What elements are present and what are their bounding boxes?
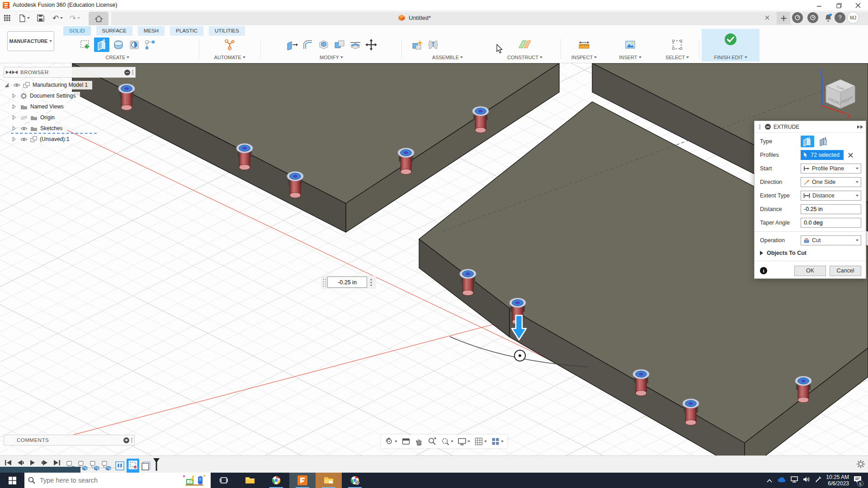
dialog-drag-handle[interactable]: [759, 124, 760, 130]
measure-button[interactable]: [577, 38, 591, 52]
timeline-position-marker[interactable]: [153, 458, 160, 473]
search-input[interactable]: [39, 476, 178, 484]
type-extrude-button[interactable]: [801, 136, 814, 147]
look-at-tool[interactable]: [401, 437, 410, 446]
app-grid-menu-icon[interactable]: [4, 13, 11, 23]
volume-icon[interactable]: [803, 476, 811, 484]
split-body-button[interactable]: [349, 38, 362, 52]
add-comment-icon[interactable]: [123, 437, 129, 443]
distance-input[interactable]: [801, 204, 861, 214]
extrude-button[interactable]: [94, 38, 109, 52]
restore-button[interactable]: [829, 0, 849, 10]
floating-distance-widget[interactable]: [321, 276, 376, 289]
start-dropdown[interactable]: Profile Plane: [801, 164, 861, 174]
combine-button[interactable]: [333, 38, 346, 52]
press-pull-button[interactable]: [285, 38, 299, 52]
hole-button[interactable]: [127, 38, 141, 52]
direction-dropdown[interactable]: One Side: [801, 177, 861, 187]
file-explorer-icon[interactable]: [237, 473, 263, 488]
objects-to-cut-expand-icon[interactable]: [760, 251, 763, 255]
notifications-bell-icon[interactable]: [823, 12, 834, 23]
chrome-profile-icon[interactable]: [342, 473, 368, 488]
group-automate-label[interactable]: AUTOMATE: [214, 55, 245, 61]
timeline-go-end-button[interactable]: [52, 458, 61, 467]
timeline-go-start-button[interactable]: [4, 458, 13, 467]
group-modify-label[interactable]: MODIFY: [320, 55, 343, 61]
action-center-icon[interactable]: 5: [854, 476, 862, 485]
taper-angle-input[interactable]: [801, 218, 861, 228]
construct-plane-button[interactable]: [518, 38, 532, 52]
timeline-step-forward-button[interactable]: [40, 458, 49, 467]
timeline-step-back-button[interactable]: [16, 458, 25, 467]
expand-icon[interactable]: [13, 115, 16, 120]
extent-type-dropdown[interactable]: Distance: [801, 191, 861, 201]
tab-plastic[interactable]: PLASTIC: [170, 26, 203, 36]
distance-inline-input[interactable]: [327, 277, 367, 288]
expand-icon[interactable]: [13, 94, 16, 98]
tree-item-origin[interactable]: Origin: [5, 112, 92, 123]
expand-icon[interactable]: [13, 137, 16, 141]
cancel-button[interactable]: Cancel: [830, 266, 861, 276]
timeline-feature-component[interactable]: [101, 460, 111, 473]
timeline-scrollbar[interactable]: [0, 467, 80, 473]
type-thin-extrude-button[interactable]: [817, 136, 830, 147]
joint-button[interactable]: [426, 38, 440, 52]
tab-surface[interactable]: SURFACE: [96, 26, 132, 36]
dialog-info-icon[interactable]: i: [760, 267, 767, 274]
file-menu-button[interactable]: [19, 13, 30, 23]
browser-panel-header[interactable]: BROWSER: [4, 67, 136, 78]
pan-tool[interactable]: [415, 437, 424, 446]
document-tab[interactable]: Untitled*: [398, 11, 431, 24]
tree-item-named-views[interactable]: Named Views: [5, 101, 92, 112]
group-finish-edit-label[interactable]: FINISH EDIT: [714, 55, 747, 61]
dialog-dock-icon[interactable]: [857, 125, 863, 129]
eye-icon[interactable]: [20, 126, 28, 131]
timeline-feature-body[interactable]: [141, 460, 151, 473]
select-button[interactable]: [670, 38, 684, 52]
timeline-play-button[interactable]: [28, 458, 37, 467]
zoom-tool[interactable]: [428, 437, 437, 446]
network-icon[interactable]: [790, 476, 798, 484]
operation-dropdown[interactable]: Cut: [801, 235, 861, 245]
viewport-3d[interactable]: TOP FRONT RIGHT Z X BROWSER Manufacturin…: [0, 63, 868, 455]
chrome-icon[interactable]: [263, 473, 289, 488]
task-view-button[interactable]: [211, 473, 237, 488]
timeline-settings-gear-icon[interactable]: [856, 460, 865, 469]
tree-item-sketches[interactable]: Sketches: [5, 123, 92, 134]
job-status-icon[interactable]: [807, 12, 818, 23]
save-button[interactable]: [37, 13, 44, 23]
fit-tool[interactable]: [441, 437, 453, 446]
minimize-button[interactable]: [809, 0, 829, 10]
grid-settings-tool[interactable]: [474, 437, 487, 446]
workspace-selector[interactable]: MANUFACTURE: [7, 31, 54, 51]
expand-icon[interactable]: [5, 83, 9, 87]
finish-edit-button[interactable]: [724, 33, 737, 46]
group-select-label[interactable]: SELECT: [665, 55, 689, 61]
taskbar-search[interactable]: [24, 473, 211, 488]
onedrive-icon[interactable]: [777, 476, 786, 484]
fusion360-taskbar-icon[interactable]: [289, 473, 316, 488]
comments-drag-handle[interactable]: [131, 437, 132, 443]
sketch-dimension-button[interactable]: [143, 38, 157, 52]
widget-drag-handle[interactable]: [322, 277, 327, 287]
comments-panel-header[interactable]: COMMENTS: [4, 435, 135, 446]
clear-selection-icon[interactable]: [848, 153, 853, 158]
timeline-feature-component[interactable]: [90, 460, 99, 473]
group-create-label[interactable]: CREATE: [106, 55, 130, 61]
viewports-tool[interactable]: [491, 437, 504, 446]
browser-minimize-icon[interactable]: [124, 70, 130, 75]
home-view-button[interactable]: [89, 12, 108, 25]
folder-taskbar-icon[interactable]: [316, 473, 342, 488]
shell-button[interactable]: [317, 38, 330, 52]
eye-off-icon[interactable]: [20, 115, 28, 121]
close-window-button[interactable]: [848, 0, 868, 10]
dialog-collapse-icon[interactable]: [765, 124, 771, 130]
insert-canvas-button[interactable]: [623, 38, 637, 52]
tab-close-icon[interactable]: [763, 14, 771, 22]
tree-item-manufacturing-model[interactable]: Manufacturing Model 1: [5, 80, 92, 90]
widget-menu-icon[interactable]: [367, 277, 375, 288]
display-settings-tool[interactable]: [458, 437, 470, 446]
expand-icon[interactable]: [13, 126, 16, 131]
tab-utilities[interactable]: UTILITIES: [209, 26, 245, 36]
new-tab-button[interactable]: [777, 12, 790, 24]
